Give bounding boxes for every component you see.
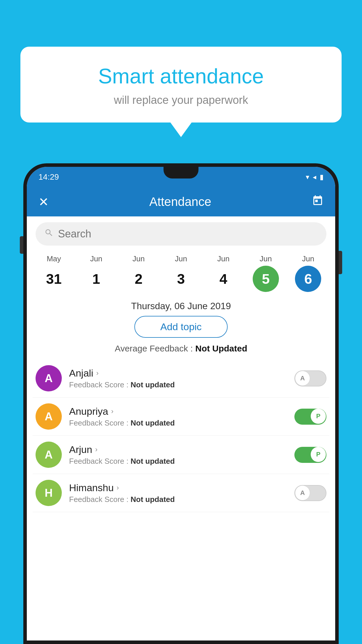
student-item[interactable]: H Himanshu › Feedback Score : Not update… [33,474,329,512]
calendar-icon-button[interactable] [312,195,324,209]
chevron-right-icon: › [111,407,113,415]
calendar-month-label: Jun [175,254,187,263]
student-item[interactable]: A Anupriya › Feedback Score : Not update… [33,398,329,436]
status-time: 14:29 [38,172,59,182]
calendar-day[interactable]: Jun 2 [126,254,152,292]
student-name: Anjali › [69,368,287,379]
speech-bubble-subtitle: will replace your paperwork [35,94,327,106]
calendar-day[interactable]: Jun 5 [253,254,279,292]
wifi-icon: ▾ [306,173,309,181]
phone-frame: 14:29 ▾ ◂ ▮ ✕ Attendance [23,163,339,644]
calendar-day-number: 4 [210,266,236,292]
phone-volume-button [20,236,23,254]
student-info: Anupriya › Feedback Score : Not updated [69,406,287,428]
phone-power-button [339,251,342,274]
add-topic-button[interactable]: Add topic [134,316,228,338]
status-bar: 14:29 ▾ ◂ ▮ [27,167,335,187]
close-button[interactable]: ✕ [38,195,49,209]
toggle-knob: P [311,447,326,462]
student-name: Himanshu › [69,482,287,494]
calendar-day[interactable]: Jun 3 [168,254,194,292]
student-item[interactable]: A Arjun › Feedback Score : Not updated P [33,436,329,474]
student-item[interactable]: A Anjali › Feedback Score : Not updated … [33,359,329,398]
attendance-toggle[interactable]: P [294,409,326,425]
speech-bubble-container: Smart attendance will replace your paper… [20,47,342,123]
calendar-day-number: 1 [83,266,109,292]
calendar-day[interactable]: Jun 6 [295,254,321,292]
search-bar[interactable] [36,222,326,246]
chevron-right-icon: › [95,445,97,454]
student-avatar: A [36,403,62,430]
calendar-month-label: Jun [90,254,102,263]
speech-bubble-title: Smart attendance [35,64,327,88]
signal-icon: ◂ [313,173,316,181]
attendance-toggle[interactable]: A [294,485,326,501]
app-bar: ✕ Attendance [27,187,335,216]
student-feedback: Feedback Score : Not updated [69,380,287,389]
search-input[interactable] [58,228,318,240]
calendar-day[interactable]: May 31 [41,254,67,292]
attendance-toggle[interactable]: A [294,370,326,386]
student-info: Anjali › Feedback Score : Not updated [69,368,287,389]
calendar-day-number: 2 [126,266,152,292]
student-info: Arjun › Feedback Score : Not updated [69,444,287,466]
student-avatar: A [36,365,62,391]
notch [164,167,198,178]
student-avatar: A [36,442,62,468]
average-feedback-label: Average Feedback : [115,344,195,353]
speech-bubble: Smart attendance will replace your paper… [20,47,342,123]
selected-date-label: Thursday, 06 June 2019 [27,298,335,316]
attendance-toggle[interactable]: P [294,447,326,463]
status-icons: ▾ ◂ ▮ [306,173,324,181]
student-info: Himanshu › Feedback Score : Not updated [69,482,287,504]
calendar-month-label: Jun [133,254,145,263]
calendar-month-label: Jun [217,254,229,263]
student-name: Arjun › [69,444,287,455]
phone-screen: 14:29 ▾ ◂ ▮ ✕ Attendance [27,167,335,640]
calendar-day-number: 6 [295,266,321,292]
calendar-day-number: 5 [253,266,279,292]
student-list: A Anjali › Feedback Score : Not updated … [27,359,335,512]
calendar-day-number: 3 [168,266,194,292]
chevron-right-icon: › [117,484,119,492]
calendar-month-label: Jun [260,254,272,263]
battery-icon: ▮ [320,173,324,181]
app-bar-title: Attendance [149,195,211,209]
calendar-day-number: 31 [41,266,67,292]
average-feedback-value: Not Updated [195,344,247,353]
student-feedback: Feedback Score : Not updated [69,457,287,466]
calendar-day[interactable]: Jun 4 [210,254,236,292]
toggle-knob: P [311,409,326,424]
calendar-strip: May 31 Jun 1 Jun 2 Jun 3 Jun 4 Jun 5 Jun… [27,251,335,298]
toggle-knob: A [295,485,310,501]
toggle-knob: A [295,371,310,386]
student-avatar: H [36,480,62,506]
student-feedback: Feedback Score : Not updated [69,495,287,504]
search-icon [44,228,54,240]
student-name: Anupriya › [69,406,287,417]
calendar-day[interactable]: Jun 1 [83,254,109,292]
average-feedback: Average Feedback : Not Updated [27,344,335,354]
calendar-month-label: May [47,254,61,263]
student-feedback: Feedback Score : Not updated [69,419,287,428]
chevron-right-icon: › [96,369,99,377]
calendar-month-label: Jun [302,254,314,263]
